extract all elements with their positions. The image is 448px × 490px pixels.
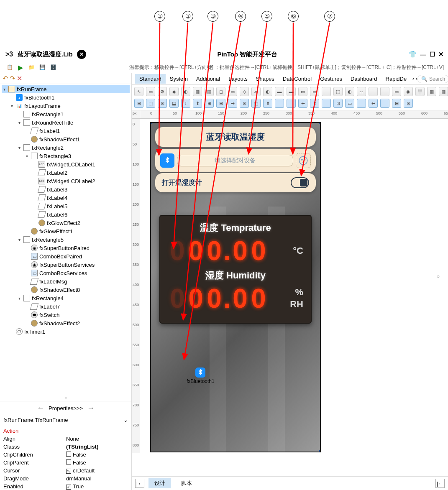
align-icon[interactable]: ⊞ (205, 99, 214, 108)
tree-node-fxWidgetLCDLabel2[interactable]: LCDfxWidgetLCDLabel2 (2, 177, 130, 185)
bluetooth-icon[interactable] (160, 153, 174, 168)
tree-node-fxSuperButtonPaired[interactable]: ◉fxSuperButtonPaired (2, 244, 130, 252)
redo-icon[interactable]: ↷ (10, 74, 15, 82)
align-icon[interactable]: ⊡ (404, 99, 413, 108)
palette-icon[interactable]: ◐ (181, 87, 190, 96)
database-icon[interactable]: 🗄️ (49, 63, 58, 72)
palette-icon[interactable]: ▭ (392, 87, 401, 96)
switch-toggle[interactable] (291, 177, 309, 188)
palette-icon[interactable] (369, 87, 378, 96)
palette-icon[interactable]: ▦ (427, 87, 436, 96)
tree-node-fxRectangle3[interactable]: ▾fxRectangle3 (2, 152, 130, 160)
tab-system[interactable]: System (166, 74, 192, 84)
search-input[interactable]: 🔍 Search (417, 75, 448, 83)
prop-Align[interactable]: AlignNone (3, 435, 128, 443)
palette-icon[interactable]: ▦ (439, 87, 448, 96)
tree-node-fxWidgetLCDLabel1[interactable]: LCDfxWidgetLCDLabel1 (2, 160, 130, 168)
prop-Classs[interactable]: Classs(TStringList) (3, 443, 128, 451)
tree-node-fxLabel5[interactable]: fxLabel5 (2, 202, 130, 210)
clipboard-icon[interactable]: 📋 (5, 63, 14, 72)
align-icon[interactable]: ▭ (345, 99, 354, 108)
tree-node-fxSwitch[interactable]: ⬬fxSwitch (2, 311, 130, 319)
tab-gestures[interactable]: Gestures (316, 74, 346, 84)
close-icon[interactable]: ✕ (438, 51, 444, 58)
design-canvas[interactable]: 蓝牙读取温湿度 请选择配对设备 打开温湿度计 (140, 119, 448, 453)
palette-icon[interactable]: ▦ (193, 87, 202, 96)
align-icon[interactable]: ⬓ (169, 99, 179, 108)
palette-icon[interactable]: ◐ (345, 87, 354, 96)
delete-icon[interactable]: ✕ (17, 74, 22, 82)
script-tab[interactable]: 脚本 (175, 478, 198, 488)
tree-node-fxSuperButtonServices[interactable]: ◉fxSuperButtonServices (2, 260, 130, 269)
prop-ClipChildren[interactable]: ClipChildrenFalse (3, 451, 128, 459)
prev-arrow-icon[interactable]: ← (37, 404, 44, 413)
lcd-panel[interactable]: 温度 Temprature 000.00 °C 湿度 Humidity 000.… (159, 215, 312, 324)
palette-icon[interactable]: ◆ (169, 87, 179, 96)
tree-node-fxRunFrame[interactable]: ▾fxRunFrame (2, 85, 130, 93)
align-icon[interactable]: ⊡ (333, 99, 343, 108)
palette-icon[interactable]: ⬚ (333, 87, 343, 96)
align-icon[interactable]: ⬌ (228, 99, 237, 108)
align-icon[interactable] (380, 99, 389, 108)
chevron-down-icon[interactable]: ⌄ (123, 417, 128, 423)
tab-nav[interactable]: ‹ › (411, 76, 417, 82)
play-icon[interactable]: ▶ (16, 63, 25, 72)
palette-icon[interactable] (322, 87, 331, 96)
save-icon[interactable]: 💾 (38, 63, 47, 72)
tree-node-fxBluetooth1[interactable]: ⬧fxBluetooth1 (2, 93, 130, 102)
align-icon[interactable]: ⬍ (193, 99, 202, 108)
tree-node-ComboBoxServices[interactable]: ▭ComboBoxServices (2, 269, 130, 277)
palette-icon[interactable]: ◻ (216, 87, 225, 96)
tab-dashboard[interactable]: Dashboard (346, 74, 381, 84)
prop-Cursor[interactable]: Cursor↖crDefault (3, 467, 128, 475)
tree-node-fxLabel7[interactable]: fxLabel7 (2, 302, 130, 311)
prop-DragMode[interactable]: DragModedmManual (3, 475, 128, 482)
title-card[interactable]: 蓝牙读取温湿度 (155, 127, 316, 147)
palette-icon[interactable]: ▱ (251, 87, 261, 96)
back-arrow-icon[interactable]: |← (135, 479, 144, 488)
prop-Action[interactable]: Action (3, 427, 128, 435)
tree-node-fxLabel4[interactable]: fxLabel4 (2, 194, 130, 202)
switch-card[interactable]: 打开温湿度计 (155, 173, 316, 192)
tab-shapes[interactable]: Shapes (252, 74, 279, 84)
tree-node-fxLabel2[interactable]: fxLabel2 (2, 168, 130, 177)
tree-node-fxShadowEffect2[interactable]: fxShadowEffect2 (2, 319, 130, 327)
tree-node-fxTimer1[interactable]: ⏱fxTimer1 (2, 327, 130, 336)
tree-node-fxRectangle5[interactable]: ▾fxRectangle5 (2, 235, 130, 244)
align-icon[interactable]: ⊟ (134, 99, 143, 108)
tree-node-fxShadowEffect8[interactable]: fxShadowEffect8 (2, 286, 130, 294)
palette-icon[interactable]: ◐ (263, 87, 272, 96)
tab-rapidde[interactable]: RapidDe (381, 74, 411, 84)
tree-node-fxLabel1[interactable]: fxLabel1 (2, 127, 130, 135)
phone-preview[interactable]: 蓝牙读取温湿度 请选择配对设备 打开温湿度计 (150, 122, 321, 452)
align-icon[interactable]: ⊟ (216, 99, 225, 108)
tree-node-fxRoundRectTitle[interactable]: ▾fxRoundRectTitle (2, 118, 130, 127)
align-icon[interactable] (275, 99, 284, 108)
palette-icon[interactable]: ◉ (404, 87, 413, 96)
palette-icon[interactable] (380, 87, 389, 96)
shirt-icon[interactable]: 👕 (409, 51, 417, 58)
align-icon[interactable]: ↕ (181, 99, 190, 108)
palette-icon[interactable]: ◇ (240, 87, 249, 96)
align-icon[interactable]: ⊡ (158, 99, 167, 108)
open-icon[interactable]: 📁 (27, 63, 36, 72)
design-tab[interactable]: 设计 (148, 478, 171, 488)
palette-icon[interactable]: ▭ (146, 87, 155, 96)
component-tree[interactable]: ▾fxRunFrame⬧fxBluetooth1▾📊fxLayoutFramef… (0, 84, 131, 395)
palette-icon[interactable]: ⚏ (357, 87, 366, 96)
tree-node-fxLabelMsg[interactable]: fxLabelMsg (2, 277, 130, 286)
tree-node-fxLayoutFrame[interactable]: ▾📊fxLayoutFrame (2, 102, 130, 110)
align-icon[interactable]: ⬚ (251, 99, 261, 108)
palette-icon[interactable]: ▦ (205, 87, 214, 96)
palette-icon[interactable]: ░ (415, 87, 425, 96)
bluetooth-component[interactable]: fxBluetooth1 (187, 368, 215, 384)
face-icon[interactable] (296, 153, 311, 168)
palette-icon[interactable]: ↖ (134, 87, 143, 96)
tree-node-fxRectangle1[interactable]: fxRectangle1 (2, 110, 130, 118)
align-icon[interactable] (322, 99, 331, 108)
palette-icon[interactable]: ▭ (298, 87, 307, 96)
palette-icon[interactable]: ▭ (310, 87, 319, 96)
align-icon[interactable]: ⬌ (298, 99, 307, 108)
property-list[interactable]: ActionAlignNoneClasss(TStringList)ClipCh… (0, 425, 131, 490)
align-icon[interactable]: ⬍ (310, 99, 319, 108)
